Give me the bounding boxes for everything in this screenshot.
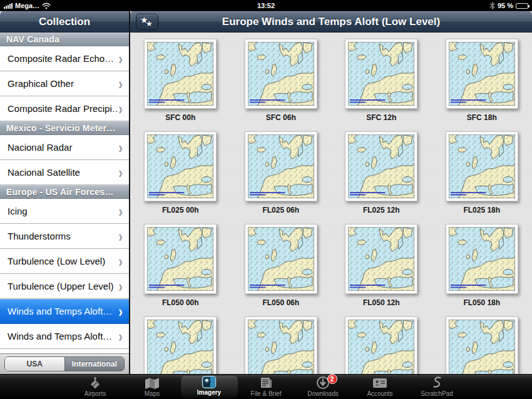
chevron-right-icon: › <box>118 51 123 66</box>
thumbnail-partial[interactable] <box>345 316 417 374</box>
thumbnail-fl025-18h[interactable]: FL025 18h <box>446 131 518 215</box>
sidebar-item-nacional-radar[interactable]: Nacional Radar › <box>0 135 129 160</box>
thumbnail-fl050-00h[interactable]: FL050 00h <box>144 224 217 308</box>
thumbnail-fl050-12h[interactable]: FL050 12h <box>345 224 417 308</box>
favorite-button[interactable]: ★ ★ <box>136 14 158 30</box>
thumbnail-fl025-00h[interactable]: FL025 00h <box>144 131 217 215</box>
sidebar-item-thunderstorms[interactable]: Thunderstorms › <box>0 224 129 249</box>
sidebar-item-turbulence-upper[interactable]: Turbulence (Upper Level) › <box>0 274 129 299</box>
thumbnail-frame <box>345 224 417 294</box>
item-label: Nacional Satellite <box>8 167 118 178</box>
item-label: Icing <box>8 206 118 216</box>
file-brief-icon <box>258 376 274 390</box>
thumbnail-frame <box>245 224 317 294</box>
thumbnail-caption: FL025 06h <box>262 206 299 215</box>
grid-row-fl025: FL025 00h FL025 06h FL025 12h FL025 18h <box>130 131 532 224</box>
battery-icon <box>516 3 528 9</box>
collection-list[interactable]: NAV Canada Composite Radar Echo… › Graph… <box>0 33 129 353</box>
thumbnail-partial[interactable] <box>144 316 217 374</box>
thumbnail-fl050-06h[interactable]: FL050 06h <box>245 224 317 308</box>
sidebar-item-turbulence-low[interactable]: Turbulence (Low Level) › <box>0 249 129 274</box>
thumbnail-frame <box>245 316 317 374</box>
tab-label: Imagery <box>197 389 221 396</box>
sidebar-item-icing[interactable]: Icing › <box>0 199 129 224</box>
section-label: NAV Canada <box>6 34 59 44</box>
europe-map-thumbnail <box>348 227 414 291</box>
thumbnail-frame <box>144 39 217 109</box>
item-label: Winds and Temps Aloft… <box>8 331 118 341</box>
grid-row-fl050: FL050 00h FL050 06h FL050 12h FL050 18h <box>130 224 532 316</box>
thumbnail-frame <box>345 39 417 109</box>
item-label: Turbulence (Upper Level) <box>8 281 118 291</box>
thumbnail-caption: FL050 18h <box>463 298 500 308</box>
star-icon: ★ <box>146 19 153 28</box>
europe-map-thumbnail <box>147 320 213 374</box>
chevron-right-icon: › <box>118 303 123 319</box>
grid-row-sfc: SFC 00h SFC 06h SFC 12h SFC 18h <box>130 39 532 131</box>
thumbnail-fl025-12h[interactable]: FL025 12h <box>345 131 417 215</box>
tab-downloads[interactable]: 2 Downloads <box>295 375 352 399</box>
chevron-right-icon: › <box>118 203 123 219</box>
thumbnail-partial[interactable] <box>446 316 518 374</box>
europe-map-thumbnail <box>147 227 213 291</box>
thumbnail-caption: SFC 00h <box>165 113 195 123</box>
segment-usa[interactable]: USA <box>5 357 65 371</box>
imagery-header: ★ ★ Europe Winds and Temps Aloft (Low Le… <box>130 11 532 33</box>
item-label: Thunderstorms <box>8 231 118 241</box>
grid-row-partial <box>130 316 532 374</box>
section-label: Mexico - Servicio Meter… <box>6 123 115 133</box>
europe-map-thumbnail <box>248 227 314 291</box>
item-label: Graphical Other <box>8 78 118 89</box>
clock: 13:52 <box>0 2 532 9</box>
thumbnail-frame <box>446 316 518 374</box>
thumbnail-frame <box>144 316 217 374</box>
thumbnail-frame <box>245 131 317 201</box>
collection-sidebar: Collection NAV Canada Composite Radar Ec… <box>0 11 130 374</box>
thumbnail-partial[interactable] <box>245 316 317 374</box>
thumbnail-caption: FL050 06h <box>262 298 299 308</box>
page-title: Europe Winds and Temps Aloft (Low Level) <box>222 16 440 28</box>
thumbnail-frame <box>345 131 417 201</box>
thumbnail-sfc-00h[interactable]: SFC 00h <box>144 39 217 123</box>
thumbnail-fl050-18h[interactable]: FL050 18h <box>446 224 518 308</box>
tab-file-brief[interactable]: File & Brief <box>238 375 295 399</box>
tab-scratchpad[interactable]: ScratchPad <box>409 375 466 399</box>
chevron-right-icon: › <box>118 101 123 116</box>
thumbnail-grid[interactable]: SFC 00h SFC 06h SFC 12h SFC 18h FL025 00… <box>130 33 532 374</box>
europe-map-thumbnail <box>449 134 515 198</box>
tab-airports[interactable]: Airports <box>67 375 124 399</box>
tab-imagery[interactable]: Imagery <box>181 376 238 398</box>
thumbnail-sfc-18h[interactable]: SFC 18h <box>446 39 518 123</box>
tab-maps[interactable]: Maps <box>124 375 181 399</box>
tab-label: Airports <box>84 390 106 397</box>
sidebar-title: Collection <box>0 11 129 33</box>
sidebar-item-composite-radar-echo[interactable]: Composite Radar Echo… › <box>0 46 129 71</box>
segment-international[interactable]: International <box>65 357 125 371</box>
tab-label: Maps <box>145 390 160 397</box>
tab-label: File & Brief <box>251 390 282 397</box>
sidebar-item-nacional-satellite[interactable]: Nacional Satellite › <box>0 160 129 185</box>
sidebar-footer: USA International <box>0 353 129 374</box>
sidebar-item-winds-temps-aloft-upper[interactable]: Winds and Temps Aloft… › <box>0 324 129 349</box>
europe-map-thumbnail <box>449 320 515 374</box>
europe-map-thumbnail <box>449 42 515 106</box>
europe-map-thumbnail <box>449 227 515 291</box>
sidebar-item-composite-radar-precip[interactable]: Composite Radar Precipi… › <box>0 96 129 121</box>
thumbnail-sfc-12h[interactable]: SFC 12h <box>345 39 417 123</box>
thumbnail-caption: SFC 12h <box>366 113 396 123</box>
thumbnail-fl025-06h[interactable]: FL025 06h <box>245 131 317 215</box>
item-label: Turbulence (Low Level) <box>8 256 118 266</box>
chevron-right-icon: › <box>118 76 123 91</box>
section-nav-canada: NAV Canada <box>0 33 129 46</box>
thumbnail-caption: FL025 12h <box>363 206 400 215</box>
europe-map-thumbnail <box>248 134 314 198</box>
thumbnail-frame <box>446 39 518 109</box>
thumbnail-sfc-06h[interactable]: SFC 06h <box>245 39 317 123</box>
tab-accounts[interactable]: Accounts <box>352 375 409 399</box>
chevron-right-icon: › <box>118 164 123 180</box>
sidebar-item-winds-temps-aloft-low[interactable]: Winds and Temps Aloft… › <box>0 299 129 324</box>
sidebar-item-graphical-other[interactable]: Graphical Other › <box>0 71 129 96</box>
europe-map-thumbnail <box>248 42 314 106</box>
europe-map-thumbnail <box>147 134 213 198</box>
chevron-right-icon: › <box>118 139 123 155</box>
